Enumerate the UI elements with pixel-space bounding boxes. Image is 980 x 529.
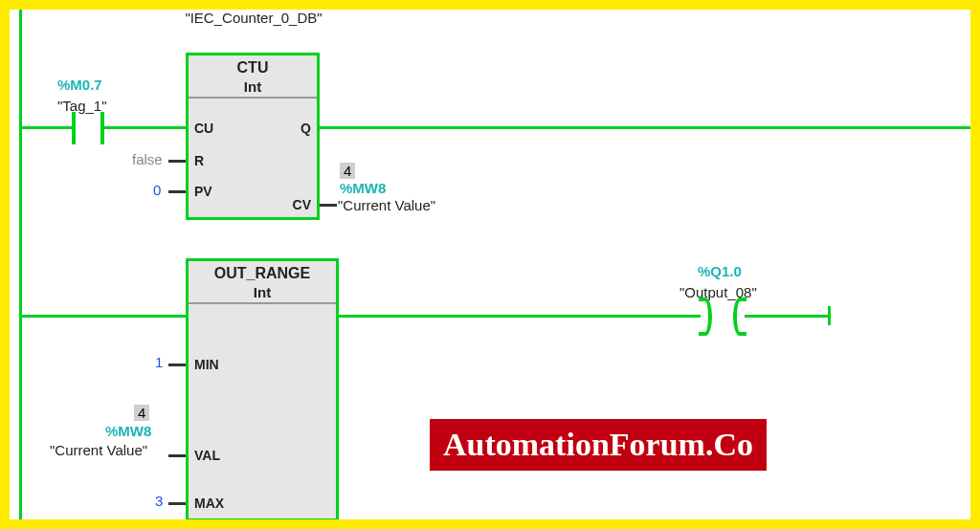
max-value: 3: [155, 493, 163, 509]
outrange-header: OUT_RANGE Int: [189, 261, 336, 304]
stub-min: [168, 364, 186, 366]
pin-min: MIN: [194, 357, 219, 372]
ctu-block[interactable]: CTU Int CU R PV Q CV: [186, 53, 320, 220]
outrange-block[interactable]: OUT_RANGE Int MIN VAL MAX: [186, 258, 339, 521]
ctu-title: CTU: [189, 59, 317, 77]
pin-cv: CV: [293, 197, 311, 212]
left-rail: [19, 10, 22, 315]
outrange-type: Int: [189, 284, 336, 300]
watermark-banner: AutomationForum.Co: [430, 419, 767, 471]
contact-address: %M0.7: [57, 77, 102, 93]
val-overlay: 4: [134, 405, 149, 421]
min-value: 1: [155, 354, 163, 370]
stub-cv: [320, 204, 337, 207]
cv-address: %MW8: [340, 180, 386, 196]
ctu-pv-value: 0: [153, 182, 161, 198]
left-rail-2: [19, 315, 22, 525]
wire-r1-1: [19, 126, 72, 129]
ctu-type: Int: [189, 78, 317, 95]
wire-r2-1: [19, 315, 186, 318]
pin-q: Q: [301, 121, 311, 136]
stub-pv: [168, 190, 186, 193]
pin-val: VAL: [194, 448, 220, 463]
cv-overlay: 4: [340, 163, 355, 179]
ctu-instance-name: "IEC_Counter_0_DB": [172, 10, 335, 26]
wire-r2-out: [339, 315, 701, 318]
wire-r2-end: [828, 306, 831, 325]
wire-r2-tail: [745, 315, 831, 318]
ctu-header: CTU Int: [189, 55, 317, 99]
val-symbol: "Current Value": [50, 442, 147, 458]
stub-max: [168, 502, 186, 505]
diagram-frame: "IEC_Counter_0_DB" %M0.7 "Tag_1" CTU Int…: [0, 0, 980, 529]
wire-r1-2: [104, 126, 186, 129]
stub-val: [168, 454, 186, 457]
stub-r: [168, 160, 186, 163]
pin-cu: CU: [194, 121, 213, 136]
pin-max: MAX: [194, 496, 224, 511]
outrange-title: OUT_RANGE: [189, 265, 336, 282]
ladder-canvas: "IEC_Counter_0_DB" %M0.7 "Tag_1" CTU Int…: [10, 10, 970, 519]
ctu-r-value: false: [132, 151, 163, 167]
contact-symbol: "Tag_1": [57, 98, 107, 114]
pin-pv: PV: [194, 184, 212, 199]
coil-address: %Q1.0: [698, 263, 742, 279]
cv-symbol: "Current Value": [338, 197, 435, 213]
val-address: %MW8: [105, 423, 151, 439]
wire-r1-q: [320, 126, 970, 129]
pin-r: R: [194, 153, 204, 168]
